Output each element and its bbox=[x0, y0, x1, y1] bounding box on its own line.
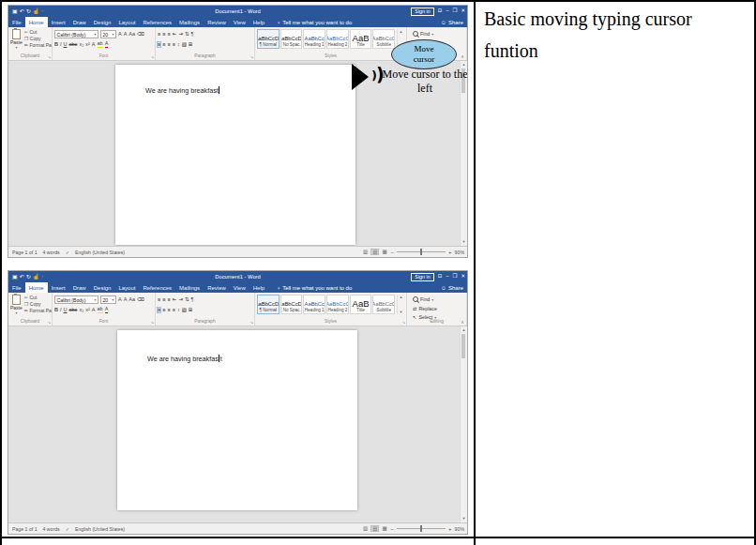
save-icon[interactable]: ▣ bbox=[12, 8, 18, 14]
bold-icon[interactable]: B bbox=[54, 308, 58, 313]
web-layout-icon[interactable]: ▦ bbox=[381, 526, 387, 532]
cut-button[interactable]: ✂Cut bbox=[24, 295, 53, 300]
close-icon[interactable]: ✕ bbox=[461, 8, 465, 14]
font-name-select[interactable]: Calibri (Body)▾ bbox=[54, 295, 98, 304]
style-heading-2[interactable]: AaBbCcC Heading 2 bbox=[326, 295, 349, 314]
align-right-icon[interactable]: ≡ bbox=[167, 42, 170, 48]
tab-references[interactable]: References bbox=[139, 17, 175, 27]
tab-design[interactable]: Design bbox=[90, 17, 115, 27]
undo-icon[interactable]: ↶ bbox=[20, 274, 24, 280]
superscript-icon[interactable]: x² bbox=[85, 42, 90, 48]
restore-icon[interactable]: ❒ bbox=[452, 8, 457, 14]
copy-button[interactable]: ❐Copy bbox=[24, 37, 53, 41]
pilcrow-icon[interactable]: ¶ bbox=[190, 297, 193, 303]
read-mode-icon[interactable]: ▥ bbox=[362, 250, 369, 255]
pilcrow-icon[interactable]: ¶ bbox=[190, 32, 193, 38]
share-button[interactable]: ☺Share bbox=[441, 282, 463, 293]
font-color-icon[interactable]: A bbox=[105, 41, 109, 48]
change-case-icon[interactable]: Aa bbox=[129, 32, 135, 38]
proofing-icon[interactable]: ✓ bbox=[66, 250, 69, 255]
tab-home[interactable]: Home bbox=[25, 17, 48, 27]
increase-indent-icon[interactable]: ⇥ bbox=[178, 297, 183, 303]
style-no-spacing[interactable]: AaBbCcDc ¶ No Spac... bbox=[280, 29, 303, 49]
tab-review[interactable]: Review bbox=[204, 282, 230, 293]
zoom-in-icon[interactable]: + bbox=[448, 250, 452, 255]
bullets-icon[interactable]: ≡ bbox=[158, 32, 160, 38]
justify-icon[interactable]: ≡ bbox=[173, 308, 175, 313]
tab-help[interactable]: Help bbox=[249, 17, 268, 27]
undo-icon[interactable]: ↶ bbox=[20, 8, 24, 14]
scroll-up-icon[interactable]: ▲ bbox=[461, 327, 467, 333]
style-title[interactable]: AaB Title bbox=[350, 29, 372, 49]
strikethrough-icon[interactable]: abc bbox=[69, 42, 78, 48]
multilevel-list-icon[interactable]: ≡ bbox=[167, 297, 170, 303]
italic-icon[interactable]: I bbox=[60, 42, 62, 48]
align-left-icon[interactable]: ≡ bbox=[158, 308, 160, 313]
minimize-icon[interactable]: – bbox=[446, 274, 448, 280]
cut-button[interactable]: ✂Cut bbox=[24, 30, 53, 35]
strikethrough-icon[interactable]: abc bbox=[69, 308, 78, 313]
format-painter-button[interactable]: ✏Format Painter bbox=[24, 309, 53, 313]
clear-formatting-icon[interactable]: ⌫ bbox=[137, 297, 144, 303]
tab-file[interactable]: File bbox=[8, 17, 25, 27]
subscript-icon[interactable]: x₂ bbox=[79, 42, 83, 48]
close-icon[interactable]: ✕ bbox=[461, 274, 465, 280]
style-heading-1[interactable]: AaBbCc Heading 1 bbox=[303, 295, 325, 314]
collapse-ribbon-icon[interactable]: ∧ bbox=[461, 53, 464, 59]
clipboard-dialog-launcher-icon[interactable]: ↘ bbox=[48, 321, 51, 325]
paragraph-dialog-launcher-icon[interactable]: ↘ bbox=[250, 321, 253, 325]
clear-formatting-icon[interactable]: ⌫ bbox=[137, 32, 144, 38]
bullets-icon[interactable]: ≡ bbox=[158, 297, 160, 303]
underline-icon[interactable]: U bbox=[64, 42, 68, 48]
replace-button[interactable]: ⇄Replace bbox=[413, 305, 464, 312]
tab-review[interactable]: Review bbox=[204, 17, 230, 27]
text-effects-icon[interactable]: A bbox=[92, 308, 96, 313]
justify-icon[interactable]: ≡ bbox=[173, 42, 175, 48]
web-layout-icon[interactable]: ▦ bbox=[381, 250, 387, 255]
line-spacing-icon[interactable]: ↕ bbox=[177, 42, 180, 48]
font-size-select[interactable]: 20▾ bbox=[100, 30, 116, 38]
borders-icon[interactable]: ⊞ bbox=[189, 42, 193, 48]
style-heading-2[interactable]: AaBbCcC Heading 2 bbox=[326, 29, 349, 49]
tab-references[interactable]: References bbox=[139, 282, 175, 293]
find-button[interactable]: Find▾ bbox=[413, 295, 464, 303]
align-center-icon[interactable]: ≡ bbox=[162, 308, 165, 313]
paste-button[interactable]: Paste ▾ bbox=[10, 295, 23, 315]
text-highlight-icon[interactable]: ab bbox=[98, 307, 103, 313]
tab-draw[interactable]: Draw bbox=[69, 17, 90, 27]
style-subtitle[interactable]: AaBbCcC Subtitle bbox=[372, 295, 395, 314]
tab-help[interactable]: Help bbox=[249, 282, 268, 293]
underline-icon[interactable]: U bbox=[64, 308, 68, 313]
tab-home[interactable]: Home bbox=[25, 282, 48, 293]
save-icon[interactable]: ▣ bbox=[12, 274, 18, 280]
line-spacing-icon[interactable]: ↕ bbox=[177, 308, 180, 313]
grow-font-icon[interactable]: A bbox=[118, 297, 122, 303]
tab-insert[interactable]: Insert bbox=[48, 17, 69, 27]
styles-scroll-down-icon[interactable]: ▼ bbox=[400, 310, 403, 314]
tab-mailings[interactable]: Mailings bbox=[175, 17, 204, 27]
proofing-icon[interactable]: ✓ bbox=[66, 526, 69, 532]
align-left-icon[interactable]: ≡ bbox=[158, 42, 160, 48]
tab-view[interactable]: View bbox=[230, 17, 249, 27]
document-page[interactable]: We are having breakfast bbox=[117, 330, 357, 510]
minimize-icon[interactable]: – bbox=[446, 8, 448, 14]
print-layout-icon[interactable]: ▤ bbox=[371, 526, 378, 532]
paste-button[interactable]: Paste ▾ bbox=[10, 29, 23, 50]
align-center-icon[interactable]: ≡ bbox=[162, 42, 165, 48]
shading-icon[interactable]: ▨ bbox=[182, 42, 187, 48]
multilevel-list-icon[interactable]: ≡ bbox=[167, 32, 170, 38]
ribbon-display-options-icon[interactable]: ⊡ bbox=[438, 8, 443, 14]
font-name-select[interactable]: Calibri (Body)▾ bbox=[54, 30, 98, 38]
style-title[interactable]: AaB Title bbox=[350, 295, 372, 314]
shrink-font-icon[interactable]: A bbox=[124, 297, 128, 303]
align-right-icon[interactable]: ≡ bbox=[167, 308, 170, 313]
grow-font-icon[interactable]: A bbox=[118, 32, 122, 38]
zoom-slider-thumb[interactable] bbox=[420, 525, 422, 532]
style-normal[interactable]: AaBbCcDc ¶ Normal bbox=[257, 295, 280, 314]
style-no-spacing[interactable]: AaBbCcDc ¶ No Spac... bbox=[280, 295, 303, 314]
styles-gallery-scroll[interactable]: ▲ ▼ bbox=[397, 295, 404, 314]
styles-scroll-up-icon[interactable]: ▲ bbox=[400, 29, 403, 34]
tab-view[interactable]: View bbox=[230, 282, 249, 293]
increase-indent-icon[interactable]: ⇥ bbox=[178, 32, 183, 38]
tab-layout[interactable]: Layout bbox=[114, 282, 139, 293]
